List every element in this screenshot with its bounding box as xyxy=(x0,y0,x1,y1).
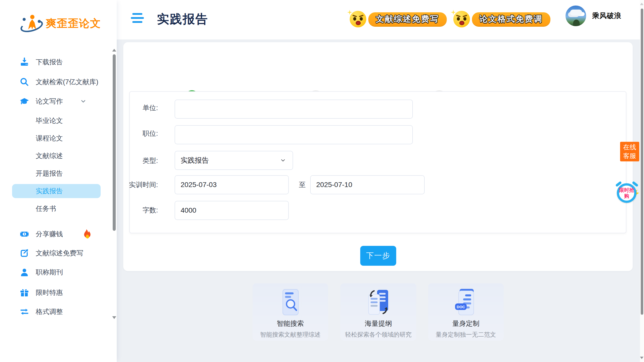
sidebar-subitem-practice-report-active[interactable]: 实践报告 xyxy=(12,184,101,198)
online-service-button[interactable]: 在线客服 xyxy=(620,142,639,161)
page-scroll-up-arrow[interactable] xyxy=(640,3,643,5)
flash-sale-button[interactable]: 限时抢购 xyxy=(616,182,638,204)
header: 实践报告 文献综述免费写 论文格式 xyxy=(117,0,640,39)
flash-sale-badge: 限时抢购 xyxy=(617,183,636,203)
sidebar-subitem-label: 毕业论文 xyxy=(36,116,63,125)
date-range-separator: 至 xyxy=(299,180,306,189)
sidebar-item-literature-search[interactable]: 文献检索(7亿文献库) xyxy=(0,75,111,89)
hamburger-menu-icon[interactable] xyxy=(131,11,145,25)
chevron-down-icon xyxy=(80,98,87,105)
sidebar-subitem-task-book[interactable]: 任务书 xyxy=(0,202,111,216)
sidebar-subitem-proposal-report[interactable]: 开题报告 xyxy=(0,166,111,180)
feature-subtitle: 智能搜索文献整理综述 xyxy=(253,331,328,339)
type-select[interactable]: 实践报告 xyxy=(175,151,293,170)
sidebar: 爽歪歪论文 下载报告 文献检索(7亿文献库) xyxy=(0,0,117,362)
download-icon xyxy=(20,57,29,67)
gift-icon xyxy=(20,288,29,297)
training-start-date-input[interactable] xyxy=(175,175,289,194)
feature-card-mass-outline: 海量提纲 轻松探索各个领域的研究 xyxy=(340,283,416,341)
user-icon xyxy=(20,267,29,277)
position-input[interactable] xyxy=(175,125,413,144)
chevron-down-icon xyxy=(280,157,286,163)
feature-subtitle: 量身定制独一无二范文 xyxy=(428,331,504,339)
sidebar-item-share-earn[interactable]: 1 分享赚钱 xyxy=(0,227,111,241)
sidebar-item-title-journal[interactable]: 职称期刊 xyxy=(0,265,111,279)
excited-face-emoji xyxy=(348,10,367,28)
doc-search-icon xyxy=(276,287,304,318)
promo-banner-free-review[interactable]: 文献综述免费写 xyxy=(348,8,447,30)
avatar xyxy=(566,6,586,26)
sidebar-subitem-graduation-thesis[interactable]: 毕业论文 xyxy=(0,114,111,128)
sidebar-item-label: 文献综述免费写 xyxy=(36,249,83,258)
type-select-value: 实践报告 xyxy=(181,156,209,165)
form-card: 单位: 职位: 类型: 实践报告 实训时间: 至 字数: xyxy=(129,91,626,233)
sidebar-item-label: 下载报告 xyxy=(36,58,63,67)
sidebar-item-format-adjust[interactable]: 格式调整 xyxy=(0,305,111,319)
sidebar-item-limited-offer[interactable]: 限时特惠 xyxy=(0,286,111,300)
sidebar-subitem-course-paper[interactable]: 课程论文 xyxy=(0,131,111,145)
wizard-panel: 1 3 4 标题 大纲 预览/下载 单位: 职位: 类型: 实践报告 实训时间: xyxy=(123,42,633,271)
user-account[interactable]: 乘风破浪 xyxy=(566,6,621,26)
brand-name: 爽歪歪论文 xyxy=(46,16,101,30)
swap-icon xyxy=(20,307,29,316)
doc-badge-text: DOC xyxy=(457,305,465,309)
sidebar-subitem-label: 任务书 xyxy=(36,204,56,213)
brand-logo[interactable]: 爽歪歪论文 xyxy=(22,13,101,34)
promo-pill-label: 论文格式免费调 xyxy=(472,12,550,26)
promo-banner-free-format[interactable]: 论文格式免费调 xyxy=(452,8,550,30)
svg-text:1: 1 xyxy=(23,232,25,236)
feature-title: 海量提纲 xyxy=(340,319,416,328)
doc-badge-icon: DOC xyxy=(452,287,480,318)
excited-face-emoji xyxy=(452,10,471,28)
share-icon xyxy=(20,248,29,258)
sidebar-scrollbar-thumb[interactable] xyxy=(113,54,116,231)
page-scroll-down-arrow[interactable] xyxy=(640,357,643,359)
flash-sale-label: 限时抢购 xyxy=(619,187,634,199)
fire-icon xyxy=(83,229,92,239)
feature-title: 智能搜索 xyxy=(253,319,328,328)
sidebar-item-label: 论文写作 xyxy=(36,97,63,106)
page-scrollbar xyxy=(640,0,644,362)
feature-card-smart-search: 智能搜索 智能搜索文献整理综述 xyxy=(253,283,328,341)
training-end-date-input[interactable] xyxy=(310,175,425,194)
promo-pill-label: 文献综述免费写 xyxy=(368,12,447,26)
user-name: 乘风破浪 xyxy=(592,11,621,21)
word-count-input[interactable] xyxy=(175,201,289,220)
next-step-button[interactable]: 下一步 xyxy=(360,246,396,266)
sidebar-item-download-report[interactable]: 下载报告 xyxy=(0,55,111,69)
sidebar-item-label: 职称期刊 xyxy=(36,268,63,277)
feature-subtitle: 轻松探索各个领域的研究 xyxy=(340,331,416,339)
doc-sync-icon xyxy=(365,287,392,318)
sidebar-subitem-label: 实践报告 xyxy=(36,187,63,196)
sidebar-scroll-up-arrow[interactable] xyxy=(112,49,116,52)
graduation-cap-icon xyxy=(20,97,29,106)
page: 爽歪歪论文 下载报告 文献检索(7亿文献库) xyxy=(0,0,644,362)
sidebar-item-paper-writing[interactable]: 论文写作 xyxy=(0,94,111,108)
money-icon: 1 xyxy=(20,229,29,239)
sidebar-subitem-label: 课程论文 xyxy=(36,134,63,143)
search-icon xyxy=(20,77,29,87)
sidebar-subitem-label: 开题报告 xyxy=(36,169,63,178)
sidebar-scroll-down-arrow[interactable] xyxy=(112,316,116,319)
sidebar-subitem-literature-review[interactable]: 文献综述 xyxy=(0,149,111,163)
feature-title: 量身定制 xyxy=(428,319,504,328)
feature-card-tailor-made: DOC 量身定制 量身定制独一无二范文 xyxy=(428,283,504,341)
unit-input[interactable] xyxy=(175,100,413,119)
sidebar-item-free-review[interactable]: 文献综述免费写 xyxy=(0,246,111,260)
sidebar-subitem-label: 文献综述 xyxy=(36,151,63,160)
brand-logo-icon xyxy=(22,13,42,33)
sidebar-item-label: 分享赚钱 xyxy=(36,230,63,239)
sidebar-item-label: 格式调整 xyxy=(36,307,63,316)
sidebar-item-label: 限时特惠 xyxy=(36,288,63,297)
sidebar-item-label: 文献检索(7亿文献库) xyxy=(36,77,98,86)
page-title: 实践报告 xyxy=(157,11,208,27)
page-scrollbar-thumb[interactable] xyxy=(641,9,643,315)
